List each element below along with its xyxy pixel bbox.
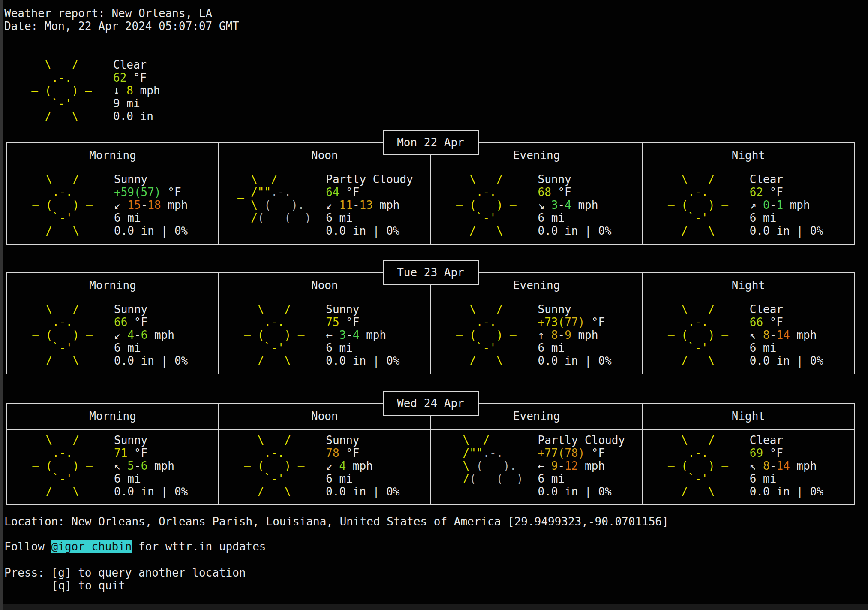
text-segment: mph bbox=[360, 329, 387, 341]
visibility-text: 6 mi bbox=[326, 341, 399, 354]
text-segment: \ / bbox=[18, 58, 78, 71]
text-segment: \_ bbox=[443, 459, 476, 472]
text-segment: `-' bbox=[231, 472, 284, 485]
text-segment: 0.0 in | 0% bbox=[750, 224, 823, 237]
weather-details: Sunny71 °F↖ 5-6 mph6 mi0.0 in | 0% bbox=[114, 434, 188, 498]
report-date: Date: Mon, 22 Apr 2024 05:07:07 GMT bbox=[4, 20, 239, 33]
text-segment: 15 bbox=[127, 199, 141, 211]
text-segment: - bbox=[770, 329, 777, 341]
text-segment: °F bbox=[339, 447, 360, 459]
text-segment: 6 mi bbox=[326, 472, 353, 485]
wind-text: ↓ 8 mph bbox=[113, 84, 160, 97]
column-header-morning: Morning bbox=[7, 149, 219, 162]
date-label: Mon 22 Apr bbox=[397, 136, 464, 149]
weather-panel: \ / _ /"".-. \_( ). /(___(__) Partly Clo… bbox=[219, 173, 430, 244]
text-segment: `-' bbox=[19, 341, 72, 354]
temperature-text: +73(77) °F bbox=[538, 316, 612, 329]
text-segment: mph bbox=[147, 459, 174, 472]
text-segment: _ /"" bbox=[231, 186, 271, 199]
text-segment: - bbox=[770, 199, 777, 211]
precipitation-text: 0.0 in | 0% bbox=[114, 354, 188, 367]
sun-cloud-ascii-art: \ / _ /"".-. \_( ). /(___(__) bbox=[443, 434, 523, 485]
text-segment: 0.0 in | 0% bbox=[326, 485, 399, 498]
text-segment: 0.0 in | 0% bbox=[750, 354, 823, 367]
text-segment: 0.0 in | 0% bbox=[538, 224, 612, 237]
sun-ascii-art: \ / .-. ‒ ( ) ‒ `-' / \ bbox=[19, 434, 93, 498]
column-separator bbox=[218, 143, 219, 244]
column-separator bbox=[642, 273, 643, 374]
condition-text: Sunny bbox=[114, 303, 188, 316]
text-segment: 8 bbox=[551, 329, 558, 341]
text-segment: .-. bbox=[271, 186, 291, 199]
text-segment: 0.0 in bbox=[113, 110, 153, 123]
text-segment: `-' bbox=[443, 211, 496, 224]
text-segment: ( ). bbox=[264, 199, 305, 211]
weather-details: Partly Cloudy+77(78) °F← 9-12 mph6 mi0.0… bbox=[538, 434, 625, 498]
text-segment: `-' bbox=[655, 341, 708, 354]
column-separator bbox=[430, 404, 431, 504]
text-segment: .-. bbox=[19, 447, 72, 459]
visibility-text: 6 mi bbox=[538, 472, 625, 485]
text-segment: (___(__) bbox=[258, 211, 311, 224]
text-segment: ‒ ( ) ‒ bbox=[18, 84, 92, 97]
text-segment: / \ bbox=[19, 354, 79, 367]
visibility-text: 6 mi bbox=[326, 211, 413, 224]
condition-text: Sunny bbox=[114, 173, 188, 186]
text-segment: 0.0 in | 0% bbox=[538, 354, 612, 367]
text-segment: Clear bbox=[750, 173, 783, 186]
terminal-left-edge bbox=[0, 0, 3, 610]
text-segment: `-' bbox=[231, 341, 284, 354]
forecast-cell-morning: \ / .-. ‒ ( ) ‒ `-' / \ Sunny71 °F↖ 5-6 … bbox=[7, 434, 219, 505]
visibility-text: 6 mi bbox=[750, 472, 823, 485]
text-segment: 4 bbox=[353, 329, 360, 341]
text-segment: .-. bbox=[655, 316, 708, 329]
press-instructions-1: Press: [g] to query another location bbox=[4, 566, 246, 579]
text-segment: / \ bbox=[231, 485, 291, 498]
forecast-table: MorningNoonEveningNight \ / .-. ‒ ( ) ‒ … bbox=[6, 272, 855, 374]
text-segment: \ / bbox=[443, 303, 503, 316]
weather-details: Sunny68 °F↘ 3-4 mph6 mi0.0 in | 0% bbox=[538, 173, 612, 237]
weather-panel: \ / .-. ‒ ( ) ‒ `-' / \ Sunny68 °F↘ 3-4 … bbox=[431, 173, 643, 244]
wind-text: ↘ 3-4 mph bbox=[538, 199, 612, 211]
temperature-text: 62 °F bbox=[750, 186, 823, 199]
text-segment: ‒ ( ) ‒ bbox=[655, 459, 728, 472]
text-segment: \ / bbox=[19, 173, 79, 186]
wind-text: ↙ 15-18 mph bbox=[114, 199, 188, 211]
text-segment: / \ bbox=[443, 224, 503, 237]
temperature-text: +59(57) °F bbox=[114, 186, 188, 199]
condition-text: Clear bbox=[750, 434, 823, 447]
text-segment: `-' bbox=[19, 211, 72, 224]
column-header-morning: Morning bbox=[7, 410, 219, 423]
weather-panel: \ / .-. ‒ ( ) ‒ `-' / \ Clear62 °F↓ 8 mp… bbox=[6, 58, 280, 127]
forecast-cell-night: \ / .-. ‒ ( ) ‒ `-' / \ Clear69 °F↖ 8-14… bbox=[643, 434, 854, 505]
text-segment: .-. bbox=[655, 447, 708, 459]
precipitation-text: 0.0 in | 0% bbox=[750, 485, 823, 498]
weather-panel: \ / .-. ‒ ( ) ‒ `-' / \ Sunny+59(57) °F↙… bbox=[7, 173, 219, 244]
text-segment: 6 bbox=[141, 329, 148, 341]
text-segment: °F bbox=[763, 447, 783, 459]
text-segment: / \ bbox=[443, 354, 503, 367]
text-segment: mph bbox=[571, 199, 598, 211]
precipitation-text: 0.0 in | 0% bbox=[326, 354, 399, 367]
weather-panel: \ / .-. ‒ ( ) ‒ `-' / \ Sunny75 °F← 3-4 … bbox=[219, 303, 430, 374]
text-segment: 66 bbox=[114, 316, 127, 329]
precipitation-text: 0.0 in bbox=[113, 110, 160, 123]
weather-details: Sunny+73(77) °F↑ 8-9 mph6 mi0.0 in | 0% bbox=[538, 303, 612, 367]
wind-text: ← 3-4 mph bbox=[326, 329, 399, 341]
text-segment: - bbox=[134, 459, 141, 472]
terminal-bottom-edge bbox=[0, 604, 868, 610]
visibility-text: 6 mi bbox=[326, 472, 399, 485]
text-segment: 12 bbox=[565, 459, 578, 472]
text-segment: Sunny bbox=[114, 173, 147, 186]
text-segment: ‒ ( ) ‒ bbox=[19, 459, 93, 472]
text-segment: 78 bbox=[326, 447, 339, 459]
text-segment: 1 bbox=[776, 199, 783, 211]
text-segment: 18 bbox=[147, 199, 161, 211]
text-segment: ↘ bbox=[538, 199, 551, 211]
text-segment: 6 bbox=[141, 459, 148, 472]
text-segment: / bbox=[443, 472, 470, 485]
text-segment: 4 bbox=[565, 199, 571, 211]
text-segment: ↖ bbox=[114, 459, 127, 472]
precipitation-text: 0.0 in | 0% bbox=[750, 354, 823, 367]
forecast-cell-evening: \ / .-. ‒ ( ) ‒ `-' / \ Sunny+73(77) °F↑… bbox=[431, 303, 643, 374]
